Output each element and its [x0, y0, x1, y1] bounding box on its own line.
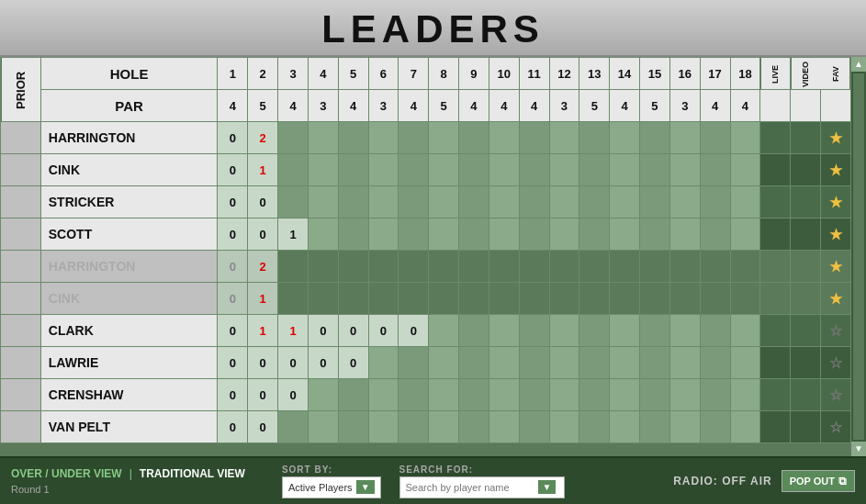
score-cell: 0	[218, 122, 248, 154]
score-cell	[368, 347, 399, 379]
table-row: CLARK0110000☆	[1, 315, 851, 347]
score-cell	[669, 379, 700, 411]
prior-cell	[1, 251, 41, 283]
hole-18: 18	[730, 58, 760, 90]
score-cell	[700, 218, 730, 251]
score-cell: 0	[248, 347, 278, 379]
score-cell	[640, 251, 670, 283]
score-cell	[338, 411, 368, 443]
score-cell	[519, 347, 549, 379]
score-cell	[308, 379, 338, 411]
score-cell	[669, 218, 700, 251]
hole-2: 2	[248, 58, 278, 90]
fav-cell[interactable]: ☆	[820, 347, 850, 379]
score-cell	[640, 218, 670, 251]
score-cell	[549, 411, 579, 443]
score-cell	[459, 186, 489, 218]
score-cell	[338, 283, 368, 315]
score-cell: 0	[248, 186, 278, 218]
score-cell	[278, 251, 309, 283]
score-cell: 0	[218, 251, 248, 283]
score-cell	[519, 315, 549, 347]
par-1: 4	[218, 90, 248, 122]
sort-dropdown[interactable]: Active Players ▼	[282, 476, 381, 498]
score-cell	[459, 122, 489, 154]
score-cell: 0	[218, 218, 248, 251]
score-cell	[669, 154, 700, 186]
search-for-label: SEARCH FOR:	[399, 465, 565, 475]
hole-4: 4	[308, 58, 338, 90]
player-name: CINK	[40, 154, 218, 186]
pop-out-icon: ⧉	[838, 475, 847, 487]
hole-5: 5	[338, 58, 368, 90]
score-cell	[429, 218, 459, 251]
score-cell	[368, 411, 399, 443]
par-12: 3	[549, 90, 579, 122]
video-cell	[791, 218, 821, 251]
fav-cell[interactable]: ★	[820, 186, 850, 218]
fav-cell[interactable]: ★	[820, 218, 850, 251]
fav-cell[interactable]: ★	[820, 283, 850, 315]
score-cell	[519, 379, 549, 411]
par-5: 4	[338, 90, 368, 122]
score-cell	[549, 315, 579, 347]
score-cell: 1	[248, 283, 278, 315]
table-row: CINK01★	[1, 283, 851, 315]
scroll-down-arrow[interactable]: ▼	[851, 442, 866, 456]
score-cell	[610, 186, 640, 218]
score-cell	[640, 411, 670, 443]
sort-dropdown-arrow[interactable]: ▼	[356, 480, 375, 494]
over-under-view-link[interactable]: OVER / UNDER VIEW	[11, 467, 122, 480]
score-cell	[669, 122, 700, 154]
search-input[interactable]	[406, 482, 534, 493]
fav-cell[interactable]: ☆	[820, 411, 850, 443]
score-cell	[338, 218, 368, 251]
table-row: STRICKER00★	[1, 186, 851, 218]
player-name: VAN PELT	[40, 411, 218, 443]
score-cell	[308, 251, 338, 283]
score-cell	[429, 283, 459, 315]
scroll-track	[853, 73, 864, 440]
pop-out-button[interactable]: POP OUT ⧉	[782, 470, 855, 492]
score-cell	[278, 154, 309, 186]
score-cell: 0	[218, 283, 248, 315]
score-cell	[399, 379, 429, 411]
traditional-view-link[interactable]: TRADITIONAL VIEW	[140, 467, 245, 480]
player-name: SCOTT	[40, 218, 218, 251]
score-cell	[278, 411, 309, 443]
fav-cell[interactable]: ★	[820, 154, 850, 186]
fav-cell[interactable]: ☆	[820, 379, 850, 411]
score-cell	[489, 283, 519, 315]
score-cell	[610, 411, 640, 443]
search-dropdown[interactable]: ▼	[399, 476, 565, 498]
score-cell	[700, 122, 730, 154]
prior-cell	[1, 283, 41, 315]
hole-15: 15	[640, 58, 670, 90]
player-name: HARRINGTON	[40, 251, 218, 283]
sort-section: SORT BY: Active Players ▼	[282, 465, 381, 498]
score-cell	[459, 154, 489, 186]
player-name: LAWRIE	[40, 347, 218, 379]
table-row: SCOTT001★	[1, 218, 851, 251]
score-cell	[669, 283, 700, 315]
fav-par	[820, 90, 850, 122]
score-cell	[459, 379, 489, 411]
scrollbar[interactable]: ▲ ▼	[851, 57, 866, 456]
video-cell	[791, 251, 821, 283]
scroll-up-arrow[interactable]: ▲	[851, 57, 866, 72]
fav-cell[interactable]: ☆	[820, 315, 850, 347]
score-cell	[519, 218, 549, 251]
score-cell	[700, 186, 730, 218]
score-cell	[278, 122, 309, 154]
score-cell	[640, 154, 670, 186]
score-cell	[459, 283, 489, 315]
score-cell	[730, 347, 760, 379]
score-cell	[640, 347, 670, 379]
score-cell: 0	[368, 315, 399, 347]
fav-cell[interactable]: ★	[820, 122, 850, 154]
score-cell: 0	[218, 347, 248, 379]
score-cell	[730, 411, 760, 443]
fav-cell[interactable]: ★	[820, 251, 850, 283]
score-cell	[399, 347, 429, 379]
search-dropdown-arrow[interactable]: ▼	[538, 480, 557, 494]
